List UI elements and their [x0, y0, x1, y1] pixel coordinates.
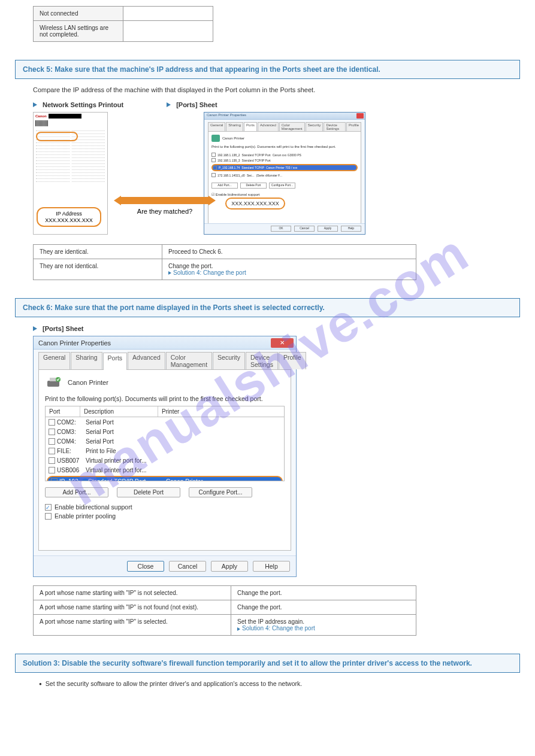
pane-description: Print to the following port(s). Document… — [211, 145, 358, 148]
enable-pooling-checkbox[interactable]: Enable printer pooling — [45, 512, 285, 520]
check5-result-table: They are identical. Proceed to Check 6. … — [33, 244, 416, 280]
cell: Change the port. — [231, 586, 416, 600]
legend-ports-sheet: [Ports] Sheet — [176, 101, 217, 108]
solution-link[interactable]: Solution 4: Change the port — [173, 269, 246, 276]
tab-general[interactable]: General — [38, 352, 70, 369]
port-row[interactable]: USB007Virtual printer port for... — [46, 456, 284, 465]
help-button[interactable]: Help — [341, 226, 361, 232]
tab-general[interactable]: General — [208, 122, 225, 131]
solution3-heading: Solution 3: Disable the security softwar… — [15, 654, 520, 673]
match-question: Are they matched? — [114, 208, 216, 215]
legend-ports-sheet: [Ports] Sheet — [43, 325, 83, 332]
printer-properties-small: Canon Printer Properties General Sharing… — [204, 112, 365, 235]
cell: They are not identical. — [34, 259, 162, 280]
port-row-selected[interactable]: P_192.168.1.74Standard TCP/IPCanon Print… — [211, 164, 358, 171]
add-port-button[interactable]: Add Port... — [211, 183, 238, 189]
tab-sharing[interactable]: Sharing — [71, 352, 102, 369]
port-row[interactable]: COM2:Serial Port — [46, 417, 284, 427]
chevron-right-icon — [33, 326, 37, 331]
tab-sharing[interactable]: Sharing — [226, 122, 243, 131]
tab-strip: General Sharing Ports Advanced Color Man… — [208, 122, 361, 131]
tab-color-management[interactable]: Color Management — [166, 352, 212, 369]
printout-title-bar — [49, 114, 81, 119]
cell-value — [123, 7, 213, 21]
close-button[interactable]: Close — [127, 561, 164, 572]
cancel-button[interactable]: Cancel — [294, 226, 315, 232]
delete-port-button[interactable]: Delete Port — [240, 183, 267, 189]
configure-port-button[interactable]: Configure Port... — [189, 487, 252, 497]
barcode-icon — [35, 120, 49, 126]
tab-advanced[interactable]: Advanced — [128, 352, 165, 369]
tab-advanced[interactable]: Advanced — [258, 122, 279, 131]
cell: A port whose name starting with "IP" is … — [34, 615, 231, 636]
table-row: A port whose name starting with "IP" is … — [34, 615, 416, 636]
ip-address-callout-right: XXX.XXX.XXX.XXX — [225, 198, 285, 210]
help-button[interactable]: Help — [253, 561, 290, 572]
tab-profile[interactable]: Profile — [346, 122, 361, 131]
solution3-bullet: Set the security software to allow the p… — [39, 680, 520, 687]
close-icon[interactable]: ✕ — [271, 338, 294, 348]
tab-device-settings[interactable]: Device Settings — [324, 122, 346, 131]
pane-description: Print to the following port(s). Document… — [45, 395, 285, 402]
printer-name: Canon Printer — [68, 379, 108, 386]
cell: Change the port. Solution 4: Change the … — [162, 259, 416, 280]
cell: Change the port. — [231, 600, 416, 615]
delete-port-button[interactable]: Delete Port — [117, 487, 180, 497]
tab-security[interactable]: Security — [306, 122, 324, 131]
enable-bidi-checkbox[interactable]: ☑ Enable bidirectional support — [211, 192, 358, 196]
printer-icon — [211, 135, 220, 142]
printer-icon — [45, 376, 62, 389]
check6-result-table: A port whose name starting with "IP" is … — [33, 585, 416, 636]
cell-text: Change the port. — [168, 263, 410, 269]
cell-text: Set the IP address again. — [237, 618, 410, 625]
tab-device-settings[interactable]: Device Settings — [246, 352, 278, 369]
highlight-network-section — [36, 132, 78, 141]
canon-logo: Canon — [35, 114, 47, 118]
printer-name: Canon Printer — [222, 136, 244, 140]
cell-label: Wireless LAN settings are not completed. — [34, 21, 123, 42]
table-row: Not connected — [34, 7, 213, 21]
port-row[interactable]: USB006Virtual printer port for... — [46, 465, 284, 475]
cell: They are identical. — [34, 245, 162, 259]
double-arrow-icon — [114, 196, 216, 205]
chevron-right-icon — [167, 102, 171, 107]
chevron-right-icon — [237, 627, 240, 631]
tab-security[interactable]: Security — [213, 352, 245, 369]
tab-ports[interactable]: Ports — [244, 122, 257, 131]
add-port-button[interactable]: Add Port... — [45, 487, 108, 497]
port-row[interactable]: COM3:Serial Port — [46, 427, 284, 436]
dialog-button-bar: Close Cancel Apply Help — [34, 555, 296, 576]
check5-instruction: Compare the IP address of the machine wi… — [33, 86, 520, 93]
ip-label: IP Address — [40, 211, 98, 217]
cell-value — [123, 21, 213, 42]
port-row-selected[interactable]: IP_192....Standard TCP/IP PortCanon Prin… — [47, 476, 283, 481]
window-titlebar: Canon Printer Properties ✕ — [34, 336, 296, 350]
table-row: A port whose name starting with "IP" is … — [34, 586, 416, 600]
window-titlebar: Canon Printer Properties — [204, 113, 365, 120]
table-row: Wireless LAN settings are not completed. — [34, 21, 213, 42]
apply-button[interactable]: Apply — [211, 561, 248, 572]
window-title: Canon Printer Properties — [207, 113, 246, 117]
tab-profile[interactable]: Profile — [279, 352, 306, 369]
col-description: Description — [80, 406, 158, 417]
ok-button[interactable]: OK — [271, 226, 291, 232]
col-printer: Printer — [158, 406, 284, 417]
cancel-button[interactable]: Cancel — [169, 561, 206, 572]
port-row[interactable]: COM4:Serial Port — [46, 436, 284, 446]
port-row[interactable]: FILE:Print to File — [46, 446, 284, 456]
chevron-right-icon — [168, 271, 171, 275]
table-row: They are identical. Proceed to Check 6. — [34, 245, 416, 259]
close-icon[interactable] — [356, 113, 364, 119]
port-list[interactable]: COM2:Serial Port COM3:Serial Port COM4:S… — [45, 417, 285, 481]
window-title: Canon Printer Properties — [38, 339, 111, 347]
tab-color-management[interactable]: Color Management — [279, 122, 305, 131]
cell-label: Not connected — [34, 7, 123, 21]
check5-heading: Check 5: Make sure that the machine's IP… — [15, 60, 520, 79]
configure-port-button[interactable]: Configure Port... — [269, 183, 295, 189]
apply-button[interactable]: Apply — [318, 226, 338, 232]
check6-heading: Check 6: Make sure that the port name di… — [15, 298, 520, 317]
printer-properties-dialog: Canon Printer Properties ✕ General Shari… — [33, 336, 297, 577]
enable-bidi-checkbox[interactable]: Enable bidirectional support — [45, 503, 285, 511]
tab-ports[interactable]: Ports — [103, 353, 128, 370]
solution-link[interactable]: Solution 4: Change the port — [242, 625, 315, 631]
